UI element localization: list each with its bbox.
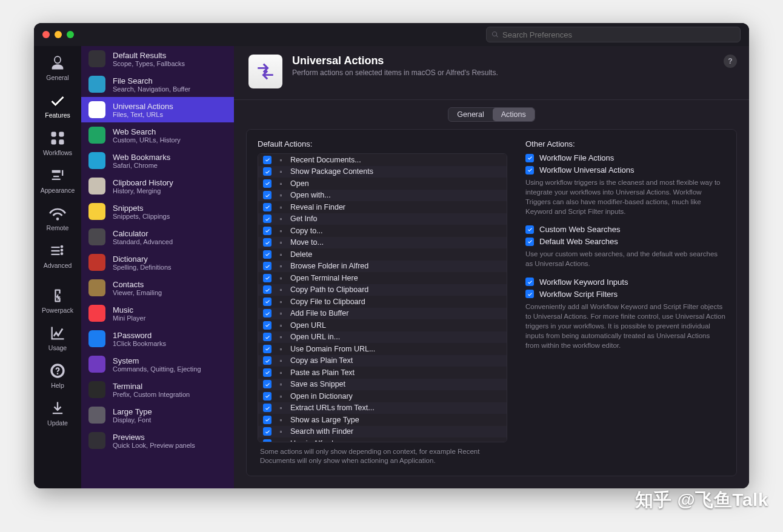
checkbox-icon[interactable] [263,250,272,259]
checkbox-icon[interactable] [263,262,272,270]
feature-file-search[interactable]: File Search Search, Navigation, Buffer [81,71,234,97]
remote-icon [49,205,66,222]
option-workflow-file-actions[interactable]: Workflow File Actions [525,153,725,162]
checkbox-icon[interactable] [263,427,272,436]
checkbox-icon[interactable] [263,356,272,365]
checkbox-icon[interactable] [263,191,272,199]
checkbox-icon[interactable] [263,368,272,377]
action-row[interactable]: ▫︎ Open [258,178,507,190]
action-row[interactable]: ▫︎ Copy to... [258,225,507,237]
action-row[interactable]: ▫︎ Show Package Contents [258,166,507,178]
feature-clipboard-history[interactable]: Clipboard History History, Merging [81,173,234,199]
action-icon: ▫︎ [276,321,285,330]
feature-dictionary[interactable]: Dictionary Spelling, Definitions [81,250,234,275]
option-workflow-universal-actions[interactable]: Workflow Universal Actions [525,165,725,175]
rail-item-appearance[interactable]: Appearance [34,162,81,200]
rail-item-update[interactable]: Update [34,395,81,433]
checkbox-icon[interactable] [525,238,534,246]
search-input[interactable] [502,30,735,39]
rail-item-advanced[interactable]: Advanced [34,238,81,275]
checkbox-icon[interactable] [263,345,272,353]
checkbox-icon[interactable] [263,167,272,176]
feature-system[interactable]: System Commands, Quitting, Ejecting [81,351,234,377]
feature-subtitle: History, Merging [113,187,173,195]
feature-default-results[interactable]: Default Results Scope, Types, Fallbacks [81,46,234,71]
checkbox-icon[interactable] [263,203,272,211]
action-row[interactable]: ▫︎ Copy Path to Clipboard [258,284,507,296]
rail-item-general[interactable]: General [34,50,81,87]
feature-icon [88,127,105,144]
feature-universal-actions[interactable]: Universal Actions Files, Text, URLs [81,97,234,122]
feature-previews[interactable]: Previews Quick Look, Preview panels [81,428,234,453]
checkbox-icon[interactable] [263,298,272,306]
feature-music[interactable]: Music Mini Player [81,301,234,326]
action-row[interactable]: ▫︎ Save as Snippet [258,379,507,391]
feature-terminal[interactable]: Terminal Prefix, Custom Integration [81,377,234,402]
checkbox-icon[interactable] [525,278,534,286]
checkbox-icon[interactable] [525,154,534,162]
action-row[interactable]: ▫︎ Delete [258,248,507,261]
tab-actions[interactable]: Actions [493,108,535,121]
search-input-container[interactable] [486,27,741,42]
rail-item-usage[interactable]: Usage [34,320,81,357]
action-row[interactable]: ▫︎ Extract URLs from Text... [258,402,507,414]
action-row[interactable]: ▫︎ Copy File to Clipboard [258,296,507,308]
action-row[interactable]: ▫︎ Show as Large Type [258,414,507,426]
feature-calculator[interactable]: Calculator Standard, Advanced [81,224,234,250]
zoom-icon[interactable] [67,31,74,38]
action-row[interactable]: ▫︎ Open with... [258,190,507,202]
checkbox-icon[interactable] [263,285,272,294]
rail-item-features[interactable]: Features [34,87,81,125]
rail-item-powerpack[interactable]: Powerpack [34,282,81,320]
checkbox-icon[interactable] [263,179,272,188]
checkbox-icon[interactable] [525,225,534,234]
checkbox-icon[interactable] [263,156,272,164]
checkbox-icon[interactable] [263,392,272,401]
feature-snippets[interactable]: Snippets Snippets, Clippings [81,199,234,224]
action-row[interactable]: ▫︎ Copy as Plain Text [258,355,507,367]
minimize-icon[interactable] [55,31,62,38]
action-row[interactable]: ▫︎ Move to... [258,237,507,249]
rail-item-remote[interactable]: Remote [34,200,81,238]
checkbox-icon[interactable] [263,214,272,223]
option-custom-web-searches[interactable]: Custom Web Searches [525,225,725,234]
action-row[interactable]: ▫︎ Add File to Buffer [258,308,507,320]
tab-general[interactable]: General [448,108,492,121]
checkbox-icon[interactable] [263,404,272,412]
feature-contacts[interactable]: Contacts Viewer, Emailing [81,275,234,301]
action-row[interactable]: ▫︎ Paste as Plain Text [258,367,507,379]
action-row[interactable]: ▫︎ Open URL [258,319,507,331]
checkbox-icon[interactable] [263,274,272,282]
action-row[interactable]: ▫︎ Open Terminal Here [258,272,507,284]
feature-large-type[interactable]: Large Type Display, Font [81,402,234,428]
checkbox-icon[interactable] [263,238,272,247]
checkbox-icon[interactable] [525,166,534,175]
feature-web-search[interactable]: Web Search Custom, URLs, History [81,122,234,148]
action-row[interactable]: ▫︎ Reveal in Finder [258,201,507,213]
action-row[interactable]: ▫︎ Get Info [258,213,507,225]
action-row[interactable]: ▫︎ Search with Finder [258,426,507,438]
option-default-web-searches[interactable]: Default Web Searches [525,237,725,246]
feature-web-bookmarks[interactable]: Web Bookmarks Safari, Chrome [81,148,234,173]
rail-item-help[interactable]: Help [34,357,81,395]
option-workflow-keyword-inputs[interactable]: Workflow Keyword Inputs [525,278,725,287]
feature-1password[interactable]: 1Password 1Click Bookmarks [81,326,234,351]
close-icon[interactable] [42,31,50,38]
checkbox-icon[interactable] [263,416,272,424]
action-row[interactable]: ▫︎ Recent Documents... [258,154,507,166]
checkbox-icon[interactable] [263,227,272,235]
checkbox-icon[interactable] [525,290,534,298]
checkbox-icon[interactable] [263,333,272,341]
rail-item-workflows[interactable]: Workflows [34,125,81,162]
option-workflow-script-filters[interactable]: Workflow Script Filters [525,290,725,299]
action-row[interactable]: ▫︎ Use Domain From URL... [258,343,507,355]
default-actions-list[interactable]: ▫︎ Recent Documents... ▫︎ Show Package C… [258,153,507,442]
checkbox-icon[interactable] [263,380,272,388]
action-row[interactable]: ▫︎ Open in Dictionary [258,390,507,402]
help-button[interactable]: ? [724,55,737,68]
action-row[interactable]: ▫︎ Use in Alfred [258,437,507,442]
action-row[interactable]: ▫︎ Browse Folder in Alfred [258,261,507,273]
checkbox-icon[interactable] [263,321,272,330]
action-row[interactable]: ▫︎ Open URL in... [258,331,507,344]
checkbox-icon[interactable] [263,309,272,318]
